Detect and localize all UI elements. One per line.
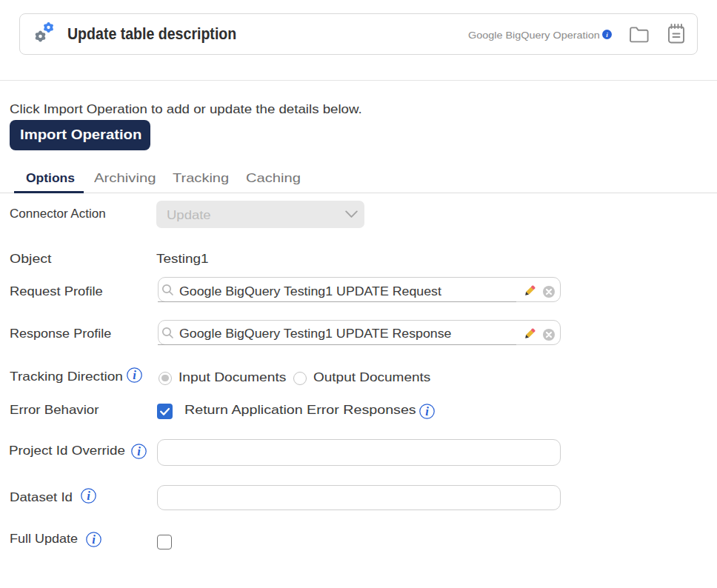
svg-text:i: i: [137, 444, 141, 458]
svg-text:i: i: [425, 404, 429, 418]
svg-text:i: i: [92, 532, 96, 546]
svg-text:i: i: [87, 489, 90, 503]
svg-text:i: i: [133, 367, 136, 381]
